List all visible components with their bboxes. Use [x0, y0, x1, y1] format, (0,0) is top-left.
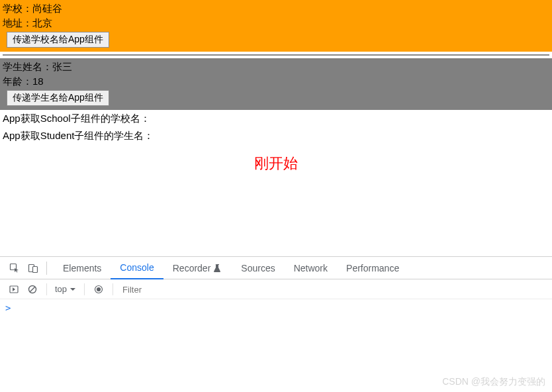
devtools-tabs: Elements Console Recorder Sources Networ…: [0, 257, 552, 279]
student-age-label: 年龄：: [3, 75, 32, 87]
student-section: 学生姓名：张三 年龄：18 传递学生名给App组件: [0, 58, 552, 110]
console-output[interactable]: >: [0, 299, 552, 392]
tab-elements[interactable]: Elements: [54, 257, 111, 279]
tab-sources[interactable]: Sources: [232, 257, 284, 279]
school-addr-value: 北京: [32, 17, 52, 28]
filter-input-wrapper: [122, 283, 547, 295]
device-toolbar-icon[interactable]: [24, 260, 42, 277]
info-student-line: App获取Student子组件的学生名：: [3, 127, 549, 144]
divider: [3, 54, 549, 56]
pass-school-name-button[interactable]: 传递学校名给App组件: [7, 32, 109, 48]
student-name-row: 学生姓名：张三: [3, 60, 549, 74]
student-age-value: 18: [32, 75, 44, 87]
info-school-line: App获取School子组件的学校名：: [3, 110, 549, 127]
live-expression-icon[interactable]: [90, 281, 107, 297]
tab-elements-label: Elements: [63, 263, 101, 273]
context-label: top: [55, 284, 67, 294]
tab-sources-label: Sources: [241, 263, 275, 273]
svg-line-5: [30, 287, 35, 292]
student-age-row: 年龄：18: [3, 74, 549, 89]
status-text: 刚开始: [0, 154, 552, 173]
school-section: 学校：尚硅谷 地址：北京 传递学校名给App组件: [0, 0, 552, 52]
tab-recorder[interactable]: Recorder: [163, 257, 232, 279]
tab-console-label: Console: [120, 262, 154, 273]
flask-icon: [213, 264, 222, 273]
pass-student-name-button[interactable]: 传递学生名给App组件: [7, 90, 109, 106]
toolbar-separator: [46, 283, 47, 295]
devtools-toolbar: top: [0, 279, 552, 299]
toolbar-separator: [113, 283, 113, 295]
tab-network-label: Network: [294, 263, 328, 273]
console-prompt: >: [5, 303, 11, 313]
execution-context-dropdown[interactable]: top: [52, 284, 79, 294]
school-addr-row: 地址：北京: [3, 16, 549, 30]
student-name-label: 学生姓名：: [3, 61, 52, 72]
school-name-label: 学校：: [3, 3, 32, 14]
filter-input[interactable]: [122, 285, 547, 295]
tab-performance-label: Performance: [346, 263, 399, 273]
inspect-element-icon[interactable]: [5, 260, 24, 277]
tab-console[interactable]: Console: [111, 257, 163, 279]
tab-performance[interactable]: Performance: [337, 257, 408, 279]
sidebar-toggle-icon[interactable]: [5, 281, 23, 297]
toolbar-separator: [84, 283, 85, 295]
svg-point-7: [97, 287, 101, 291]
school-addr-label: 地址：: [3, 17, 32, 28]
school-name-value: 尚硅谷: [32, 3, 62, 14]
devtools-panel: Elements Console Recorder Sources Networ…: [0, 256, 552, 392]
tab-separator: [46, 262, 47, 275]
school-name-row: 学校：尚硅谷: [3, 1, 549, 16]
chevron-down-icon: [69, 286, 76, 293]
student-name-value: 张三: [52, 61, 72, 72]
svg-rect-2: [33, 266, 38, 272]
tab-network[interactable]: Network: [285, 257, 337, 279]
tab-recorder-label: Recorder: [173, 263, 211, 273]
info-section: App获取School子组件的学校名： App获取Student子组件的学生名：: [0, 110, 552, 144]
clear-console-icon[interactable]: [24, 281, 41, 297]
